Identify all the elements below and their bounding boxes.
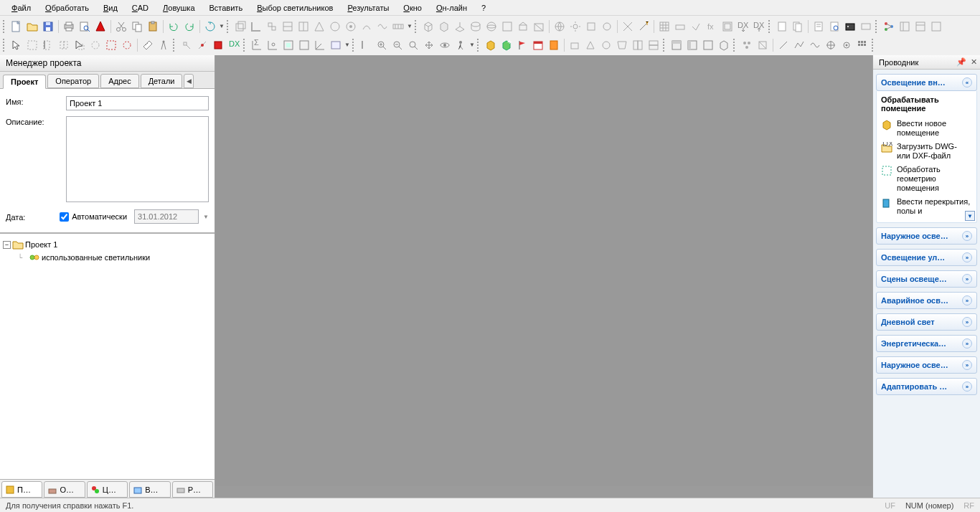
tree-collapse-icon[interactable]: − bbox=[3, 241, 11, 249]
menu-luminaires[interactable]: Выбор светильников bbox=[250, 2, 340, 14]
undo-icon[interactable] bbox=[166, 19, 182, 34]
cube-6-icon[interactable] bbox=[499, 19, 515, 34]
view-side-icon[interactable] bbox=[684, 37, 700, 53]
shapes-3-icon[interactable] bbox=[598, 37, 614, 53]
add-room-icon[interactable]: + bbox=[499, 37, 514, 53]
cad-4-icon[interactable] bbox=[280, 19, 296, 34]
cube-4-icon[interactable] bbox=[468, 19, 484, 34]
sel-5-icon[interactable] bbox=[88, 37, 103, 53]
snap-2-icon[interactable] bbox=[194, 37, 210, 53]
calc-1-icon[interactable] bbox=[739, 37, 755, 53]
tb-icon-b1[interactable] bbox=[672, 19, 688, 34]
sel-4-icon[interactable] bbox=[72, 37, 88, 53]
grid-icon[interactable] bbox=[656, 19, 672, 34]
polyline-icon[interactable] bbox=[791, 37, 807, 53]
name-input[interactable] bbox=[66, 96, 209, 110]
calendar-icon[interactable] bbox=[530, 37, 546, 53]
tb-icon-b3[interactable]: fx bbox=[704, 19, 720, 34]
cad-3-icon[interactable] bbox=[264, 19, 280, 34]
tree-child-label[interactable]: использованные светильники bbox=[42, 253, 150, 262]
date-dropdown-icon[interactable]: ▼ bbox=[203, 214, 209, 220]
cube-3-icon[interactable] bbox=[452, 19, 468, 34]
view-iso-icon[interactable] bbox=[716, 37, 732, 53]
btab-2[interactable]: Ц… bbox=[87, 481, 128, 498]
date-input[interactable] bbox=[134, 209, 199, 224]
snap-3-icon[interactable] bbox=[210, 37, 226, 53]
menu-cad[interactable]: CAD bbox=[125, 2, 156, 14]
menu-edit[interactable]: Обработать bbox=[38, 2, 96, 14]
shapes-4-icon[interactable] bbox=[614, 37, 630, 53]
dxf-in-icon[interactable]: DXF bbox=[751, 19, 767, 34]
cut-icon[interactable] bbox=[113, 19, 129, 34]
copy-icon[interactable] bbox=[129, 19, 145, 34]
menu-help[interactable]: ? bbox=[474, 2, 493, 14]
auto-checkbox[interactable] bbox=[60, 212, 69, 222]
print-icon[interactable] bbox=[61, 19, 77, 34]
sb-header-interior-lighting[interactable]: Освещение вн… « bbox=[876, 74, 977, 91]
btab-4[interactable]: Р… bbox=[172, 481, 213, 498]
cube-5-icon[interactable] bbox=[484, 19, 499, 34]
coord-dropdown-icon[interactable]: ▼ bbox=[344, 37, 351, 53]
dxf-out-icon[interactable]: DXF bbox=[735, 19, 751, 34]
flag-icon[interactable] bbox=[514, 37, 530, 53]
sb-item-floors[interactable]: Ввести перекрытия, полы и bbox=[880, 195, 974, 218]
layout-1-icon[interactable] bbox=[897, 19, 913, 34]
cad-5-icon[interactable] bbox=[296, 19, 311, 34]
coord-5-icon[interactable] bbox=[312, 37, 328, 53]
menu-file[interactable]: Файл bbox=[4, 2, 38, 14]
project-tree[interactable]: − Проект 1 └ использованные светильники bbox=[0, 233, 215, 479]
tree-root-label[interactable]: Проект 1 bbox=[25, 240, 57, 249]
cube-2-icon[interactable] bbox=[436, 19, 452, 34]
zoom-fit-icon[interactable] bbox=[405, 37, 421, 53]
cad-11-icon[interactable] bbox=[390, 19, 406, 34]
layout-2-icon[interactable] bbox=[913, 19, 928, 34]
view-front-icon[interactable] bbox=[700, 37, 716, 53]
tb-icon-a2[interactable] bbox=[599, 19, 615, 34]
tab-scroll-left[interactable]: ◀ bbox=[184, 74, 194, 88]
room-icon[interactable] bbox=[483, 37, 499, 53]
tab-address[interactable]: Адрес bbox=[100, 74, 139, 88]
orbit-icon[interactable] bbox=[437, 37, 453, 53]
menu-trap[interactable]: Ловушка bbox=[156, 2, 202, 14]
cad-1-icon[interactable] bbox=[232, 19, 248, 34]
cube-7-icon[interactable] bbox=[515, 19, 531, 34]
sb-header-emergency[interactable]: Аварийное осв…» bbox=[876, 292, 977, 309]
canvas-area[interactable] bbox=[215, 55, 872, 498]
doc-1-icon[interactable] bbox=[774, 19, 790, 34]
coord-4-icon[interactable] bbox=[296, 37, 312, 53]
sb-header-daylight[interactable]: Дневной свет» bbox=[876, 313, 977, 331]
menu-window[interactable]: Окно bbox=[396, 2, 429, 14]
coord-1-icon[interactable]: Σ bbox=[249, 37, 265, 53]
snap-4-icon[interactable]: DXF bbox=[226, 37, 242, 53]
cad-7-icon[interactable] bbox=[327, 19, 343, 34]
btab-0[interactable]: П… bbox=[1, 481, 42, 498]
sb-header-street-lighting[interactable]: Освещение ул…» bbox=[876, 249, 977, 266]
pin-icon[interactable]: 📌 bbox=[956, 57, 966, 67]
sel-2-icon[interactable] bbox=[40, 37, 56, 53]
cad-10-icon[interactable] bbox=[374, 19, 390, 34]
menu-view[interactable]: Вид bbox=[96, 2, 125, 14]
close-icon[interactable]: ✕ bbox=[971, 57, 977, 67]
walk-icon[interactable] bbox=[453, 37, 468, 53]
cube-1-icon[interactable] bbox=[420, 19, 436, 34]
sb-item-new-room[interactable]: Ввести новое помещение bbox=[880, 117, 974, 140]
menu-insert[interactable]: Вставить bbox=[202, 2, 250, 14]
view-top-icon[interactable] bbox=[669, 37, 684, 53]
coord-3-icon[interactable] bbox=[281, 37, 296, 53]
layout-3-icon[interactable] bbox=[928, 19, 944, 34]
cad-9-icon[interactable] bbox=[359, 19, 374, 34]
sun-icon[interactable] bbox=[567, 19, 583, 34]
matrix-icon[interactable] bbox=[854, 37, 870, 53]
doc-2-icon[interactable] bbox=[790, 19, 806, 34]
target-icon[interactable] bbox=[823, 37, 839, 53]
tab-operator[interactable]: Оператор bbox=[47, 74, 99, 88]
tree-icon[interactable] bbox=[881, 19, 897, 34]
doc-6-icon[interactable] bbox=[858, 19, 874, 34]
shapes-1-icon[interactable] bbox=[567, 37, 583, 53]
tb-icon-b2[interactable] bbox=[688, 19, 704, 34]
paste-icon[interactable] bbox=[145, 19, 161, 34]
sb-header-adapt[interactable]: Адаптировать …» bbox=[876, 378, 977, 395]
calc-2-icon[interactable] bbox=[755, 37, 771, 53]
pdf-icon[interactable] bbox=[93, 19, 108, 34]
cube-8-icon[interactable] bbox=[531, 19, 547, 34]
